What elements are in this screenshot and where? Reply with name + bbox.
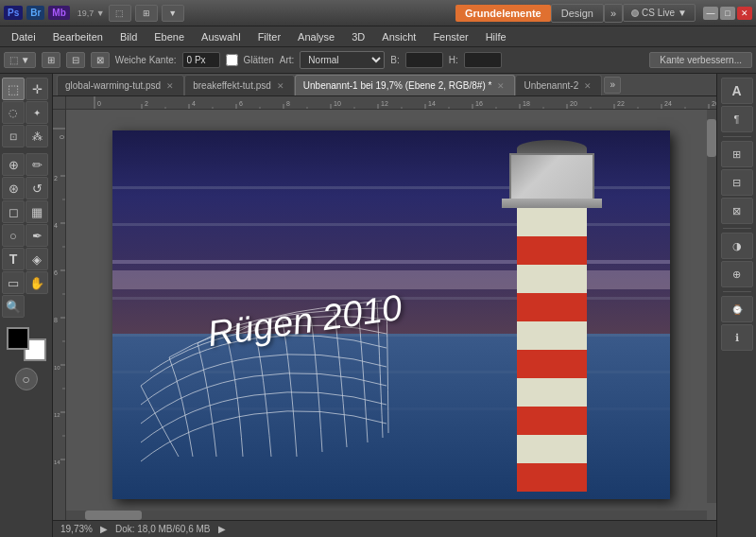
selection-sub-btn[interactable]: ⊟: [66, 52, 85, 68]
extras-dropdown[interactable]: ▼: [162, 5, 184, 22]
mb-logo[interactable]: Mb: [48, 6, 69, 20]
glatten-checkbox[interactable]: [226, 54, 238, 66]
tool-row-4: ⊕ ✏: [2, 153, 50, 176]
minimize-btn[interactable]: —: [703, 7, 718, 20]
tab-close-btn[interactable]: ✕: [164, 80, 176, 92]
heal-tool[interactable]: ⊕: [2, 153, 25, 176]
workspace-dropdown[interactable]: ⬚: [109, 5, 131, 22]
svg-rect-41: [53, 110, 66, 520]
canvas-image: Rügen 2010: [112, 130, 670, 499]
tab-unbenannt-2[interactable]: Unbenannt-2 ✕: [515, 75, 602, 95]
selection-intersect-btn[interactable]: ⊠: [91, 52, 110, 68]
paths-panel-btn[interactable]: ⊠: [721, 198, 753, 224]
tool-row-8: T ◈: [2, 248, 50, 270]
text-tool[interactable]: T: [2, 248, 25, 270]
art-select[interactable]: Normal Fest umrandend Kantenglättend: [300, 51, 385, 69]
dodge-tool[interactable]: ○: [2, 224, 25, 247]
history-panel-btn[interactable]: ⌚: [721, 296, 753, 322]
path-select-tool[interactable]: ◈: [26, 248, 48, 270]
zoom-tool[interactable]: 🔍: [2, 295, 25, 318]
lh-body: [517, 208, 587, 499]
info-panel-btn[interactable]: ℹ: [721, 324, 753, 351]
horizontal-scrollbar[interactable]: [66, 511, 707, 520]
selection-mode-btn[interactable]: ⬚ ▼: [4, 52, 36, 68]
menu-bearbeiten[interactable]: Bearbeiten: [45, 29, 111, 44]
arrange-dropdown[interactable]: ⊞: [135, 5, 158, 22]
kante-verbessern-btn[interactable]: Kante verbessern...: [649, 52, 752, 68]
tool-row-7: ○ ✒: [2, 224, 50, 247]
panel-separator-2: [723, 228, 751, 229]
pen-tool[interactable]: ✒: [26, 224, 48, 247]
menu-filter[interactable]: Filter: [250, 29, 288, 44]
eyedropper-tool[interactable]: ⁂: [26, 125, 48, 147]
crop-tool[interactable]: ⊡: [2, 125, 25, 147]
menu-ebene[interactable]: Ebene: [146, 29, 192, 44]
tab-global-warming[interactable]: global-warming-tut.psd ✕: [57, 75, 184, 95]
menu-ansicht[interactable]: Ansicht: [374, 29, 423, 44]
transform-panel-btn[interactable]: ⊕: [721, 261, 753, 287]
cs-live-btn[interactable]: CS Live ▼: [623, 4, 696, 22]
zoom-level: 19,73%: [60, 524, 93, 534]
layers-panel-btn[interactable]: ⊞: [721, 141, 753, 167]
svg-text:12: 12: [54, 412, 60, 418]
weiche-kante-input[interactable]: [182, 52, 220, 68]
brush-tool[interactable]: ✏: [26, 153, 48, 176]
adjustments-panel-btn[interactable]: ◑: [721, 233, 753, 259]
ps-logo: Ps: [4, 6, 23, 20]
menu-analyse[interactable]: Analyse: [290, 29, 342, 44]
menu-auswahl[interactable]: Auswahl: [194, 29, 249, 44]
design-btn[interactable]: Design: [551, 4, 604, 23]
h-scrollbar-thumb[interactable]: [85, 511, 142, 520]
tab-unbenannt-1[interactable]: Unbenannt-1 bei 19,7% (Ebene 2, RGB/8#) …: [295, 75, 516, 95]
hoehe-input[interactable]: [464, 52, 502, 68]
v-scrollbar-thumb[interactable]: [707, 119, 716, 157]
hand-tool[interactable]: ✋: [26, 271, 48, 294]
ruler-vertical: 0 2 4 6 8 10 12: [53, 110, 66, 520]
svg-text:10: 10: [54, 365, 60, 371]
options-bar: ⬚ ▼ ⊞ ⊟ ⊠ Weiche Kante: Glätten Art: Nor…: [0, 47, 756, 74]
quick-mask-btn[interactable]: ○: [15, 368, 38, 390]
gradient-tool[interactable]: ▦: [26, 200, 48, 223]
tool-row-5: ⊛ ↺: [2, 177, 50, 199]
menu-datei[interactable]: Datei: [4, 29, 43, 44]
foreground-color[interactable]: [7, 327, 29, 350]
menu-bild[interactable]: Bild: [112, 29, 145, 44]
play-btn[interactable]: ▶: [218, 524, 226, 534]
wand-tool[interactable]: ✦: [26, 101, 48, 124]
text-panel-btn[interactable]: A: [721, 78, 753, 104]
tab-close-btn[interactable]: ✕: [495, 80, 507, 92]
tab-label: global-warming-tut.psd: [65, 80, 161, 91]
fg-bg-colors[interactable]: [3, 327, 50, 361]
menu-fenster[interactable]: Fenster: [425, 29, 475, 44]
lasso-tool[interactable]: ◌: [2, 101, 25, 124]
canvas-with-ruler: 0 2 4 6 8 10 12: [53, 96, 716, 520]
breite-input[interactable]: [405, 52, 443, 68]
eraser-tool[interactable]: ◻: [2, 200, 25, 223]
close-btn[interactable]: ✕: [737, 7, 752, 20]
br-logo[interactable]: Br: [26, 6, 44, 20]
status-arrow[interactable]: ▶: [100, 524, 108, 534]
selection-add-btn[interactable]: ⊞: [42, 52, 60, 68]
breite-label: B:: [390, 55, 399, 65]
tab-close-btn[interactable]: ✕: [275, 80, 286, 92]
grundelemente-btn[interactable]: Grundelemente: [455, 5, 551, 22]
tab-breakeffekt[interactable]: breakeffekt-tut.psd ✕: [184, 75, 295, 95]
move-tool[interactable]: ✛: [26, 78, 48, 100]
history-brush-tool[interactable]: ↺: [26, 177, 48, 199]
menu-hilfe[interactable]: Hilfe: [478, 29, 514, 44]
paragraph-panel-btn[interactable]: ¶: [721, 106, 753, 132]
ruler-h-svg: 0 2 4 6 8 10 12: [66, 96, 716, 110]
maximize-btn[interactable]: □: [720, 7, 735, 20]
tabs-more-btn[interactable]: »: [604, 77, 621, 94]
more-workspaces-btn[interactable]: »: [604, 4, 623, 23]
shape-tool[interactable]: ▭: [2, 271, 25, 294]
ruler-corner: [53, 96, 66, 110]
vertical-scrollbar[interactable]: [707, 110, 716, 503]
tab-close-btn[interactable]: ✕: [582, 80, 593, 92]
clone-tool[interactable]: ⊛: [2, 177, 25, 199]
selection-tool[interactable]: ⬚: [2, 78, 25, 100]
channels-panel-btn[interactable]: ⊟: [721, 169, 753, 196]
tool-row-9: ▭ ✋: [2, 271, 50, 294]
tabs-bar: global-warming-tut.psd ✕ breakeffekt-tut…: [53, 74, 716, 96]
menu-3d[interactable]: 3D: [344, 29, 372, 44]
